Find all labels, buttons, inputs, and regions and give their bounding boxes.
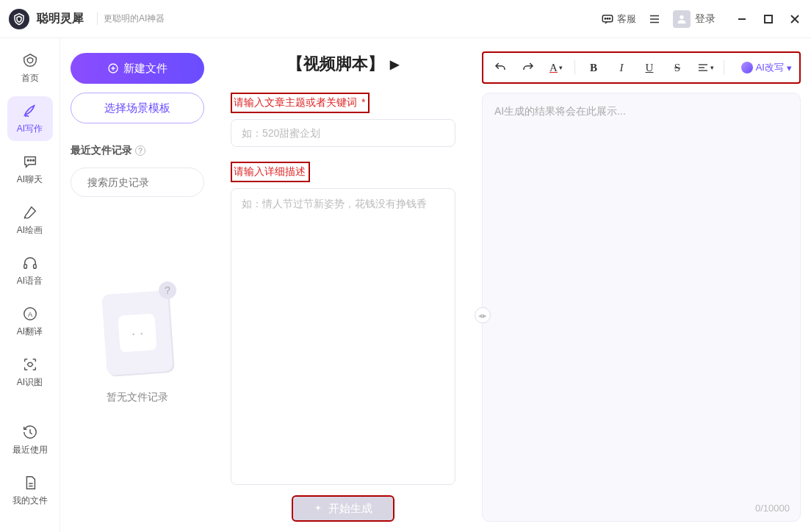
sidebar-item-home[interactable]: 首页 xyxy=(7,46,53,90)
text-color-button[interactable]: A▾ xyxy=(547,58,566,77)
sidebar-label: AI聊天 xyxy=(17,173,43,186)
plus-circle-icon xyxy=(107,62,119,74)
sidebar: 首页 AI写作 AI聊天 AI绘画 AI语音 A AI翻译 AI识图 最近使用 … xyxy=(0,38,60,532)
sidebar-item-ai-chat[interactable]: AI聊天 xyxy=(7,147,53,192)
underline-button[interactable]: U xyxy=(640,58,659,77)
result-placeholder: AI生成的结果将会在此展示... xyxy=(494,105,626,117)
result-area[interactable]: ◂▸ AI生成的结果将会在此展示... 0/10000 xyxy=(482,93,801,522)
avatar-placeholder-icon xyxy=(673,10,691,28)
svg-point-13 xyxy=(30,159,32,161)
sidebar-item-ai-write[interactable]: AI写作 xyxy=(7,96,53,141)
editor-panel: 【视频脚本】▶ 请输入文章主题或者关键词 * 请输入详细描述 开始生成 xyxy=(215,38,472,532)
support-button[interactable]: 客服 xyxy=(601,12,636,26)
window-close-button[interactable] xyxy=(787,12,802,26)
sidebar-label: AI语音 xyxy=(17,275,43,287)
svg-rect-15 xyxy=(24,265,26,269)
sidebar-label: AI写作 xyxy=(17,123,43,135)
app-name: 聪明灵犀 xyxy=(37,11,84,26)
svg-point-3 xyxy=(609,18,610,19)
sidebar-item-recent[interactable]: 最近使用 xyxy=(7,417,53,462)
bold-button[interactable]: B xyxy=(584,58,603,77)
headphone-icon xyxy=(21,254,39,272)
editor-title[interactable]: 【视频脚本】▶ xyxy=(231,53,455,75)
home-icon xyxy=(21,51,39,69)
svg-point-1 xyxy=(605,18,606,19)
chat-icon xyxy=(601,12,614,26)
help-icon[interactable]: ? xyxy=(135,145,145,156)
window-maximize-button[interactable] xyxy=(761,12,776,26)
rewrite-label: AI改写 xyxy=(756,61,784,74)
pen-icon xyxy=(21,102,39,120)
ai-rewrite-button[interactable]: AI改写 ▾ xyxy=(741,61,792,74)
new-file-label: 新建文件 xyxy=(123,62,167,76)
orb-icon xyxy=(741,62,753,73)
close-icon xyxy=(790,14,800,24)
output-panel: A▾ B I U S ▾ AI改写 ▾ ◂▸ AI生成的结果将会在此展示... … xyxy=(482,51,801,522)
svg-point-14 xyxy=(32,159,34,161)
login-label: 登录 xyxy=(695,12,716,26)
maximize-icon xyxy=(764,15,773,24)
divider xyxy=(574,60,575,75)
history-icon xyxy=(21,423,39,441)
description-label: 请输入详细描述 xyxy=(231,162,310,182)
choose-template-label: 选择场景模板 xyxy=(104,101,170,115)
char-counter: 0/10000 xyxy=(755,503,790,514)
brush-icon xyxy=(21,204,39,221)
chevron-down-icon: ▾ xyxy=(787,62,792,73)
chat-bubble-icon xyxy=(21,153,39,170)
file-icon xyxy=(21,474,39,492)
sidebar-label: AI识图 xyxy=(17,376,43,389)
sidebar-label: 我的文件 xyxy=(12,495,48,507)
align-button[interactable]: ▾ xyxy=(696,58,715,77)
minimize-icon xyxy=(737,14,747,24)
sidebar-item-ai-translate[interactable]: A AI翻译 xyxy=(7,299,53,344)
translate-icon: A xyxy=(21,305,39,323)
topic-label: 请输入文章主题或者关键词 * xyxy=(231,93,370,113)
italic-button[interactable]: I xyxy=(612,58,631,77)
file-panel: 新建文件 选择场景模板 最近文件记录 ? ? · · 暂无文件记录 xyxy=(60,38,215,532)
svg-text:A: A xyxy=(27,311,32,318)
empty-text: 暂无文件记录 xyxy=(107,391,168,404)
search-field[interactable] xyxy=(87,176,216,188)
app-subtitle: 更聪明的AI神器 xyxy=(97,12,165,25)
svg-point-2 xyxy=(607,18,608,19)
sparkle-icon xyxy=(314,504,322,513)
hamburger-icon xyxy=(648,12,661,26)
sidebar-item-ai-paint[interactable]: AI绘画 xyxy=(7,198,53,242)
choose-template-button[interactable]: 选择场景模板 xyxy=(71,93,204,123)
login-button[interactable]: 登录 xyxy=(673,10,716,28)
undo-icon xyxy=(494,61,507,74)
svg-rect-9 xyxy=(765,15,772,23)
svg-point-7 xyxy=(680,15,683,18)
sidebar-label: 最近使用 xyxy=(12,444,48,456)
empty-state: ? · · 暂无文件记录 xyxy=(71,292,204,404)
divider xyxy=(724,60,724,75)
menu-button[interactable] xyxy=(646,11,663,27)
sidebar-label: AI绘画 xyxy=(17,224,43,237)
new-file-button[interactable]: 新建文件 xyxy=(71,53,204,84)
app-logo-icon xyxy=(9,9,29,29)
svg-point-12 xyxy=(27,159,29,161)
sidebar-item-ai-voice[interactable]: AI语音 xyxy=(7,248,53,293)
sidebar-item-my-files[interactable]: 我的文件 xyxy=(7,468,53,513)
redo-button[interactable] xyxy=(519,58,538,77)
svg-rect-16 xyxy=(33,265,36,269)
search-history-input[interactable] xyxy=(71,168,204,197)
sidebar-item-ai-image[interactable]: AI识图 xyxy=(7,350,53,395)
scan-icon xyxy=(21,356,39,373)
generate-label: 开始生成 xyxy=(328,502,372,516)
sidebar-label: AI翻译 xyxy=(17,326,43,338)
redo-icon xyxy=(522,61,535,74)
recent-files-heading: 最近文件记录 ? xyxy=(71,144,204,157)
empty-clipboard-icon: ? · · xyxy=(101,290,173,375)
strikethrough-button[interactable]: S xyxy=(668,58,687,77)
format-toolbar: A▾ B I U S ▾ AI改写 ▾ xyxy=(482,51,801,84)
topic-input[interactable] xyxy=(231,119,455,147)
sidebar-label: 首页 xyxy=(21,72,39,85)
window-minimize-button[interactable] xyxy=(735,12,749,26)
align-left-icon xyxy=(697,62,709,73)
description-textarea[interactable] xyxy=(231,188,455,485)
resize-handle[interactable]: ◂▸ xyxy=(475,307,491,323)
undo-button[interactable] xyxy=(491,58,510,77)
generate-button[interactable]: 开始生成 xyxy=(292,495,394,522)
